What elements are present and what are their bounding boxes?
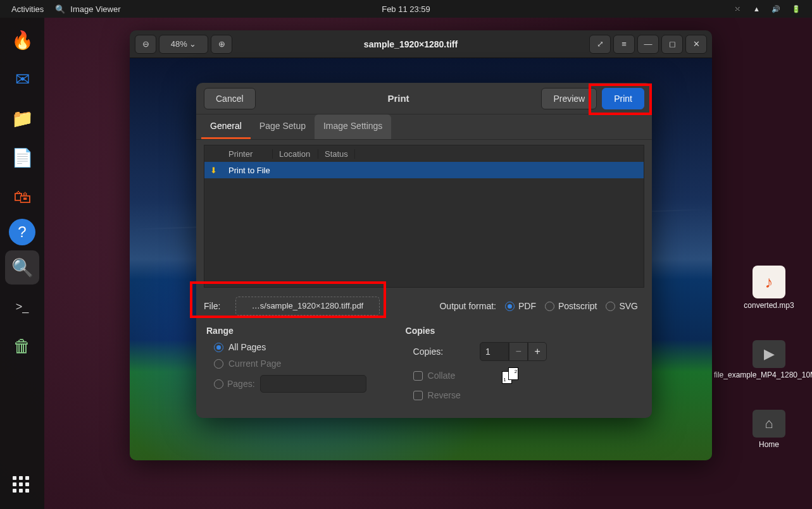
radio-dot-icon	[214, 379, 223, 389]
radio-label: All Pages	[228, 342, 266, 352]
zoom-in-button[interactable]: ⊕	[211, 35, 232, 54]
dialog-tabs: General Page Setup Image Settings	[196, 114, 652, 140]
range-section: Range All Pages Current Page Pages:	[205, 326, 366, 407]
dock-terminal[interactable]: >_	[5, 290, 39, 324]
dock: 🔥 ✉ 📁 📄 🛍 ? 🔍 >_ 🗑	[0, 18, 44, 509]
radio-dot-icon	[214, 359, 223, 369]
col-printer: Printer	[222, 149, 273, 159]
printer-list-header: Printer Location Status	[204, 145, 644, 162]
minimize-icon: —	[644, 39, 653, 49]
maximize-button[interactable]: ◻	[661, 35, 683, 54]
dock-software[interactable]: 🛍	[5, 180, 39, 214]
zoom-out-button[interactable]: ⊖	[135, 35, 156, 54]
radio-label: Pages:	[227, 379, 255, 389]
radio-svg[interactable]: SVG	[606, 301, 638, 311]
printer-row-print-to-file[interactable]: ⬇ Print to File	[204, 162, 644, 178]
copies-increment[interactable]: +	[528, 342, 547, 361]
network-icon[interactable]: ▲	[753, 5, 760, 13]
copies-label: Copies:	[413, 346, 443, 357]
file-label: File:	[204, 301, 229, 311]
icon-label: converted.mp3	[744, 301, 794, 310]
desktop-icon-mp4[interactable]: ▶ file_example_MP4_1280_10M…	[737, 340, 801, 379]
radio-label: Postscript	[558, 301, 597, 311]
zoom-out-icon: ⊖	[142, 39, 149, 49]
cancel-button[interactable]: Cancel	[204, 88, 256, 109]
dock-trash[interactable]: 🗑	[5, 329, 39, 363]
dock-firefox[interactable]: 🔥	[5, 23, 39, 57]
battery-icon[interactable]: 🔋	[792, 5, 801, 13]
desktop-icons: ♪ converted.mp3 ▶ file_example_MP4_1280_…	[737, 266, 801, 449]
checkbox-reverse: Reverse	[413, 390, 461, 400]
close-button[interactable]: ✕	[685, 35, 707, 54]
col-status: Status	[318, 149, 355, 159]
dialog-header: Cancel Print Preview Print	[196, 83, 652, 114]
apps-grid-icon	[13, 476, 32, 495]
close-icon: ✕	[693, 39, 700, 49]
top-bar: Activities 🔍 Image Viewer Feb 11 23:59 ⛌…	[0, 0, 812, 18]
printer-name: Print to File	[222, 166, 270, 175]
zoom-in-icon: ⊕	[218, 39, 225, 49]
minimize-button[interactable]: —	[637, 35, 659, 54]
radio-label: PDF	[518, 301, 536, 311]
home-folder-icon: ⌂	[753, 410, 785, 438]
fullscreen-button[interactable]: ⤢	[589, 35, 611, 54]
copies-input[interactable]	[480, 342, 509, 361]
printer-list[interactable]: Printer Location Status ⬇ Print to File	[204, 145, 644, 288]
range-title: Range	[205, 326, 366, 336]
preview-button[interactable]: Preview	[541, 88, 597, 109]
dock-help[interactable]: ?	[9, 219, 35, 245]
zoom-label: 48%	[171, 39, 187, 49]
zoom-level-dropdown[interactable]: 48% ⌄	[159, 35, 208, 54]
radio-dot-icon	[606, 302, 615, 311]
file-chooser-button[interactable]: …s/sample_1920×1280.tiff.pdf	[235, 297, 380, 316]
maximize-icon: ◻	[669, 39, 676, 49]
app-indicator[interactable]: 🔍 Image Viewer	[55, 4, 120, 14]
print-dialog: Cancel Print Preview Print General Page …	[196, 83, 652, 418]
radio-label: SVG	[619, 301, 638, 311]
clock[interactable]: Feb 11 23:59	[382, 4, 430, 14]
music-file-icon: ♪	[753, 266, 785, 298]
activities-button[interactable]: Activities	[11, 4, 44, 14]
tab-page-setup[interactable]: Page Setup	[251, 114, 315, 139]
menu-button[interactable]: ≡	[613, 35, 635, 54]
tab-image-settings[interactable]: Image Settings	[315, 114, 391, 139]
copies-spinner: − +	[480, 342, 547, 361]
pages-input[interactable]	[260, 375, 366, 393]
dock-show-apps[interactable]	[5, 469, 39, 503]
collate-preview-icon: 12	[502, 367, 521, 384]
dock-writer[interactable]: 📄	[5, 140, 39, 175]
hamburger-icon: ≡	[621, 39, 627, 49]
volume-icon[interactable]: 🔊	[771, 5, 780, 13]
desktop-icon-home[interactable]: ⌂ Home	[737, 410, 801, 449]
accessibility-icon[interactable]: ⛌	[735, 5, 742, 13]
radio-dot-icon	[505, 302, 515, 311]
dialog-title: Print	[256, 93, 542, 104]
print-button[interactable]: Print	[602, 88, 644, 109]
check-label: Collate	[428, 371, 456, 381]
download-arrow-icon: ⬇	[204, 166, 222, 175]
copies-decrement[interactable]: −	[509, 342, 528, 361]
check-label: Reverse	[428, 390, 461, 400]
radio-current-page: Current Page	[214, 359, 366, 369]
radio-pdf[interactable]: PDF	[505, 301, 536, 311]
col-location: Location	[273, 149, 318, 159]
desktop-icon-mp3[interactable]: ♪ converted.mp3	[737, 266, 801, 310]
icon-label: Home	[759, 440, 779, 449]
chevron-down-icon: ⌄	[189, 39, 196, 49]
copies-title: Copies	[404, 326, 547, 336]
radio-dot-icon	[545, 302, 554, 311]
radio-postscript[interactable]: Postscript	[545, 301, 597, 311]
dock-image-viewer[interactable]: 🔍	[5, 250, 39, 285]
checkbox-icon	[413, 391, 423, 400]
tab-general[interactable]: General	[201, 114, 251, 139]
expand-icon: ⤢	[597, 39, 604, 49]
radio-pages: Pages:	[214, 379, 255, 389]
icon-label: file_example_MP4_1280_10M…	[714, 371, 812, 379]
radio-all-pages[interactable]: All Pages	[214, 342, 366, 352]
dock-thunderbird[interactable]: ✉	[5, 62, 39, 96]
window-header: ⊖ 48% ⌄ ⊕ sample_1920×1280.tiff ⤢ ≡ — ◻ …	[130, 30, 712, 58]
dock-files[interactable]: 📁	[5, 101, 39, 135]
video-file-icon: ▶	[753, 340, 785, 368]
radio-dot-icon	[214, 343, 223, 352]
magnifier-icon: 🔍	[55, 4, 65, 14]
